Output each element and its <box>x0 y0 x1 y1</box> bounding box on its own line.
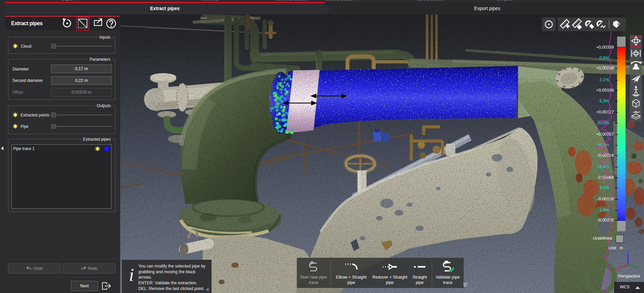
svg-text:X: X <box>614 266 617 272</box>
svg-text:Z: Z <box>626 250 629 255</box>
svg-text:Y: Y <box>639 265 642 271</box>
